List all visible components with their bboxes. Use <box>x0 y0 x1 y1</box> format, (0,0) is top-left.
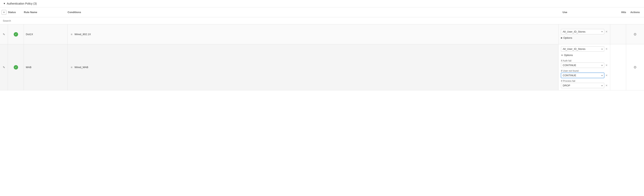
use-select-clear-mab[interactable]: ✕ <box>606 48 608 50</box>
conditions-col-header: Conditions <box>68 11 562 14</box>
use-select-mab[interactable]: All_User_ID_Stores <box>561 46 604 52</box>
edit-icon-dot1x[interactable]: ✎ <box>2 32 6 37</box>
search-input[interactable] <box>2 18 642 23</box>
if-auth-fail-select[interactable]: CONTINUE DROP REJECT <box>561 62 604 68</box>
gear-icon-mab[interactable]: ⚙ <box>632 64 638 70</box>
add-rule-button[interactable]: + <box>2 10 6 15</box>
rulename-cell-dot1x: Dot1X <box>24 24 68 44</box>
status-icon-dot1x: ✓ <box>14 32 18 36</box>
options-toggle-dot1x[interactable]: ▶ Options <box>561 36 608 40</box>
use-select-wrapper-mab: All_User_ID_Stores <box>561 46 604 52</box>
if-user-not-found-label: If User not found <box>561 70 608 72</box>
use-select-row-mab: All_User_ID_Stores ✕ <box>561 46 608 52</box>
use-select-clear-dot1x[interactable]: ✕ <box>606 30 608 33</box>
condition-icon-dot1x: ≡ <box>71 32 72 36</box>
actions-cell-dot1x: ⚙ <box>626 24 644 44</box>
use-select-row-dot1x: All_User_ID_Stores ✕ <box>561 29 608 34</box>
rulename-mab: MAB <box>26 66 32 69</box>
options-caret-dot1x: ▶ <box>561 36 562 39</box>
use-select-dot1x[interactable]: All_User_ID_Stores <box>561 29 604 34</box>
hits-cell-dot1x <box>610 24 626 44</box>
actions-col-header: Actions <box>626 11 644 14</box>
if-auth-fail-select-row: CONTINUE DROP REJECT ✕ <box>561 62 608 68</box>
if-process-fail-select[interactable]: DROP CONTINUE REJECT <box>561 83 604 88</box>
use-cell-dot1x: All_User_ID_Stores ✕ ▶ Options <box>558 24 610 44</box>
gear-icon-dot1x[interactable]: ⚙ <box>632 32 638 37</box>
policy-title: Authentication Policy (3) <box>7 2 37 5</box>
edit-cell-mab: ✎ <box>0 44 8 90</box>
use-select-wrapper-dot1x: All_User_ID_Stores <box>561 29 604 34</box>
if-auth-fail-select-wrapper: CONTINUE DROP REJECT <box>561 62 604 68</box>
conditions-cell-mab: ≡ Wired_MAB <box>68 44 558 90</box>
status-cell-mab: ✓ <box>8 44 24 90</box>
if-user-not-found-select-wrapper: CONTINUE DROP REJECT <box>561 73 604 78</box>
status-icon-mab: ✓ <box>14 65 18 70</box>
collapse-icon[interactable]: ▼ <box>3 2 6 5</box>
status-col-header: Status <box>8 11 24 14</box>
options-label-mab: Options <box>564 54 573 56</box>
options-toggle-mab[interactable]: ▼ Options <box>561 53 608 57</box>
if-auth-fail-label: If Auth fail <box>561 60 608 62</box>
page-wrapper: ▼ Authentication Policy (3) + Status Rul… <box>0 0 644 196</box>
sub-options-mab: If Auth fail CONTINUE DROP REJECT ✕ <box>561 58 608 88</box>
if-process-fail-select-wrapper: DROP CONTINUE REJECT <box>561 83 604 88</box>
hits-col-header: Hits <box>610 11 626 14</box>
if-user-not-found-select[interactable]: CONTINUE DROP REJECT <box>561 73 604 78</box>
use-col-header: Use <box>562 11 610 14</box>
condition-value-mab: Wired_MAB <box>74 66 88 69</box>
edit-icon-mab[interactable]: ✎ <box>2 65 6 70</box>
actions-cell-mab: ⚙ <box>626 44 644 90</box>
if-user-not-found-select-row: CONTINUE DROP REJECT ✕ <box>561 73 608 78</box>
use-cell-mab: All_User_ID_Stores ✕ ▼ Options If Auth f… <box>558 44 610 90</box>
if-process-fail-section: If Process fail DROP CONTINUE REJECT ✕ <box>561 80 608 88</box>
table-headers: + Status Rule Name Conditions Use Hits A… <box>0 7 644 17</box>
options-label-dot1x: Options <box>563 36 572 39</box>
hits-cell-mab <box>610 44 626 90</box>
if-auth-fail-clear[interactable]: ✕ <box>606 64 608 67</box>
if-process-fail-clear[interactable]: ✕ <box>606 84 608 87</box>
if-auth-fail-section: If Auth fail CONTINUE DROP REJECT ✕ <box>561 60 608 68</box>
options-caret-mab: ▼ <box>561 54 563 56</box>
if-user-not-found-section: If User not found CONTINUE DROP REJECT ✕ <box>561 70 608 78</box>
rulename-dot1x: Dot1X <box>26 33 33 36</box>
if-process-fail-select-row: DROP CONTINUE REJECT ✕ <box>561 83 608 88</box>
policy-header: ▼ Authentication Policy (3) <box>0 0 644 7</box>
rulename-cell-mab: MAB <box>24 44 68 90</box>
status-cell-dot1x: ✓ <box>8 24 24 44</box>
condition-value-dot1x: Wired_802.1X <box>74 33 91 36</box>
edit-cell-dot1x: ✎ <box>0 24 8 44</box>
add-col: + <box>0 10 8 15</box>
if-process-fail-label: If Process fail <box>561 80 608 82</box>
table-row: ✎ ✓ MAB ≡ Wired_MAB All_User_ID_Stores ✕ <box>0 44 644 90</box>
rulename-col-header: Rule Name <box>24 11 68 14</box>
search-row <box>0 17 644 24</box>
if-user-not-found-clear[interactable]: ✕ <box>606 74 608 77</box>
table-row: ✎ ✓ Dot1X ≡ Wired_802.1X All_User_ID_Sto… <box>0 24 644 44</box>
conditions-cell-dot1x: ≡ Wired_802.1X <box>68 24 558 44</box>
condition-icon-mab: ≡ <box>71 66 72 69</box>
